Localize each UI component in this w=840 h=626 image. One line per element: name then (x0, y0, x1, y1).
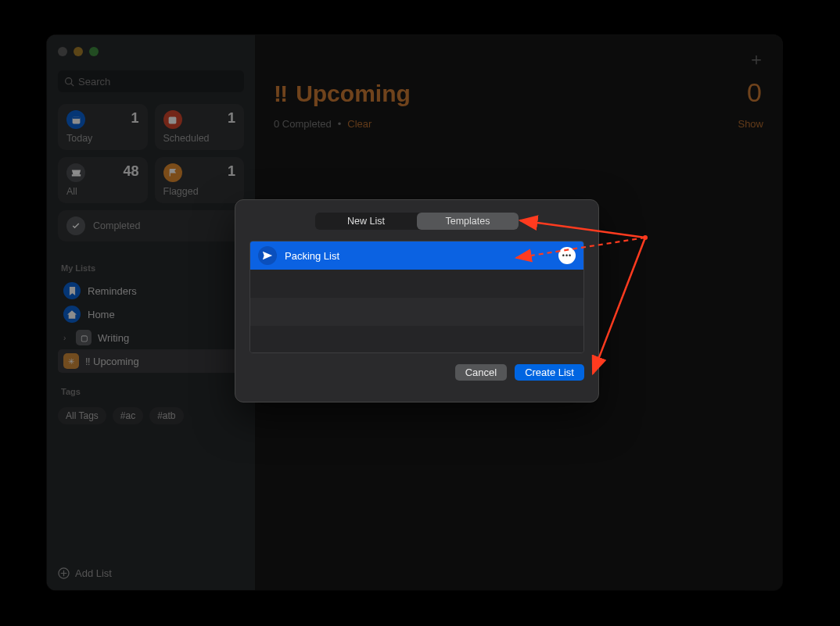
dot-separator: • (338, 118, 342, 130)
card-all[interactable]: 48 All (58, 157, 148, 203)
template-row-empty (250, 326, 583, 353)
upcoming-icon: ✳︎ (63, 353, 79, 369)
flag-icon (163, 163, 182, 182)
window-controls (58, 47, 244, 56)
calendar-icon (66, 110, 85, 129)
tag-ac[interactable]: #ac (113, 407, 143, 424)
templates-list: Packing List ••• (249, 241, 584, 353)
show-button[interactable]: Show (738, 118, 763, 130)
card-flagged[interactable]: 1 Flagged (155, 157, 245, 203)
svg-rect-4 (169, 116, 177, 123)
card-all-count: 48 (123, 163, 138, 180)
section-tags: Tags (61, 387, 244, 396)
search-input[interactable]: Search (58, 70, 244, 92)
template-row-empty (250, 270, 583, 298)
card-today[interactable]: 1 Today (58, 104, 148, 150)
page-title: ‼︎ Upcoming (274, 80, 763, 107)
card-completed[interactable]: Completed (58, 210, 244, 241)
new-list-dialog: New List Templates Packing List ••• Canc… (235, 199, 599, 402)
segmented-control: New List Templates (315, 213, 519, 230)
minimize-window-dot[interactable] (74, 47, 83, 56)
new-reminder-button[interactable]: ＋ (748, 48, 765, 71)
tray-icon (66, 163, 85, 182)
add-list-button[interactable]: Add List (58, 567, 112, 579)
title-text: Upcoming (296, 80, 411, 107)
sidebar-item-reminders[interactable]: Reminders (58, 279, 244, 302)
add-list-label: Add List (75, 567, 112, 579)
list-label: ‼︎ Upcoming (85, 356, 139, 367)
svg-rect-3 (72, 116, 80, 118)
list-label: Home (88, 309, 115, 320)
calendar-scheduled-icon (163, 110, 182, 129)
chevron-right-icon[interactable]: › (63, 334, 73, 342)
search-icon (64, 77, 74, 87)
list-label: Reminders (88, 285, 137, 297)
svg-line-1 (71, 83, 74, 85)
clear-button[interactable]: Clear (347, 118, 372, 130)
template-row-packing[interactable]: Packing List ••• (250, 241, 583, 270)
section-mylists: My Lists (61, 263, 244, 273)
create-list-button[interactable]: Create List (515, 364, 584, 381)
page-count: 0 (747, 77, 762, 108)
plus-circle-icon (58, 567, 70, 579)
seg-templates[interactable]: Templates (417, 213, 519, 230)
check-icon (66, 216, 85, 235)
seg-new-list[interactable]: New List (315, 213, 417, 230)
svg-point-0 (66, 77, 72, 84)
svg-rect-5 (71, 174, 80, 176)
completed-text: 0 Completed (274, 118, 332, 130)
card-flagged-count: 1 (228, 163, 235, 180)
card-scheduled[interactable]: 1 Scheduled (155, 104, 245, 150)
card-today-count: 1 (131, 110, 138, 127)
template-label: Packing List (285, 250, 339, 262)
title-prefix: ‼︎ (274, 80, 288, 107)
tag-all[interactable]: All Tags (58, 407, 106, 424)
card-flagged-label: Flagged (163, 186, 236, 197)
more-options-button[interactable]: ••• (558, 247, 576, 264)
sidebar-item-writing[interactable]: › ▢ Writing (58, 326, 244, 349)
card-scheduled-label: Scheduled (163, 133, 236, 144)
fullscreen-window-dot[interactable] (89, 47, 99, 56)
house-icon (63, 306, 81, 323)
sidebar-item-home[interactable]: Home (58, 302, 244, 326)
close-window-dot[interactable] (58, 47, 67, 56)
airplane-icon (258, 246, 277, 265)
folder-icon: ▢ (76, 330, 92, 345)
card-today-label: Today (66, 133, 139, 144)
bookmark-icon (63, 282, 81, 299)
search-placeholder: Search (78, 76, 110, 88)
card-scheduled-count: 1 (228, 110, 235, 127)
list-label: Writing (98, 332, 129, 344)
sidebar-item-upcoming[interactable]: ✳︎ ‼︎ Upcoming (58, 349, 244, 373)
card-all-label: All (66, 186, 139, 197)
card-completed-label: Completed (93, 220, 140, 231)
cancel-button[interactable]: Cancel (455, 364, 507, 381)
tag-atb[interactable]: #atb (149, 407, 183, 424)
sidebar: Search 1 Today 1 Scheduled (47, 35, 255, 590)
template-row-empty (250, 298, 583, 326)
